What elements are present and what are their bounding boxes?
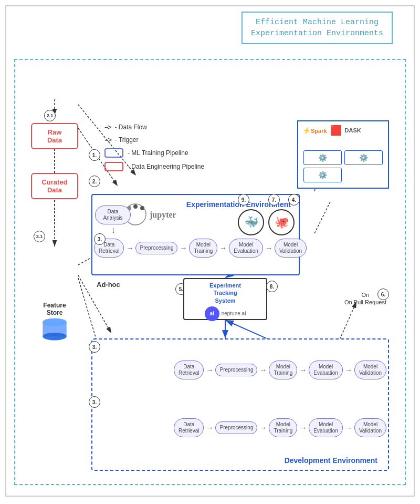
dask-logo-icon: 🟥 — [330, 125, 342, 136]
legend-data-flow: --> - Data Flow — [104, 123, 204, 131]
exp-model-evaluation: Model Evaluation — [229, 239, 263, 258]
number-7: 7. — [268, 194, 280, 205]
number-2: 2. — [89, 176, 100, 187]
title-text: Efficient Machine Learning Experimentati… — [251, 17, 383, 39]
outer-border: Efficient Machine Learning Experimentati… — [5, 5, 415, 497]
number-9-label: 9. — [242, 197, 246, 203]
ml-pipeline-box-icon — [104, 148, 123, 158]
number-31: 3.1 — [34, 231, 45, 242]
number-3-dev-upper-label: 3. — [92, 344, 97, 350]
number-9: 9. — [238, 194, 249, 205]
legend: --> - Data Flow ···> - Trigger - ML Trai… — [104, 123, 204, 176]
exp-model-evaluation-label: Model Evaluation — [234, 242, 258, 254]
legend-ml-pipeline-label: - ML Training Pipeline — [128, 149, 188, 157]
number-3-exp: 3. — [94, 233, 106, 245]
ets-box: ExperimentTrackingSystem ai neptune.ai — [183, 278, 267, 320]
number-3-dev-upper: 3. — [89, 341, 100, 353]
dev1-arrow-3-icon: → — [299, 366, 307, 374]
dev-pipeline-row-2: Data Retrieval → Preprocessing → Model T… — [174, 418, 367, 437]
main-content-area: --> - Data Flow ···> - Trigger - ML Trai… — [14, 59, 406, 485]
svg-point-20 — [133, 204, 138, 209]
cluster-node-1: ⚙️ — [303, 150, 342, 165]
on-label: On — [362, 292, 370, 298]
svg-point-24 — [43, 333, 66, 341]
legend-data-engineering: - Data Engineering Pipeline — [104, 162, 204, 171]
data-analysis-node: Data Analysis ↓ — [95, 205, 132, 235]
number-6: 6. — [377, 289, 389, 300]
number-1-label: 1. — [92, 152, 97, 158]
dev2-arrow-3-icon: → — [299, 424, 307, 432]
number-21-label: 2.1 — [47, 113, 54, 118]
svg-point-21 — [140, 206, 144, 210]
feature-store-box: Feature Store — [31, 302, 78, 347]
number-8-label: 8. — [270, 284, 274, 290]
arrow-2-icon: → — [180, 244, 187, 252]
spark-label: Spark — [311, 128, 327, 134]
dev1-model-training: Model Training — [269, 361, 297, 379]
dev-env-label: Development Environment — [285, 456, 377, 465]
raw-data-label: RawData — [47, 128, 62, 144]
svg-line-15 — [314, 202, 330, 233]
dev1-retrieval-label: Data Retrieval — [178, 364, 199, 376]
dev1-preprocessing-label: Preprocessing — [220, 367, 254, 373]
cluster-nodes: ⚙️ ⚙️ ⚙️ — [301, 148, 385, 185]
dev1-model-evaluation-label: Model Evaluation — [313, 364, 338, 376]
data-analysis-label: Data Analysis — [100, 209, 126, 221]
cluster-header: ⚡Spark 🟥 DASK — [298, 121, 388, 139]
title-line1: Efficient Machine Learning — [256, 18, 379, 27]
dev2-retrieval-label: Data Retrieval — [178, 421, 199, 434]
dev1-model-training-label: Model Training — [274, 364, 292, 376]
legend-data-engineering-label: - Data Engineering Pipeline — [128, 163, 204, 170]
exp-model-validation: Model Validation — [275, 239, 307, 258]
cluster-box: ⚡Spark 🟥 DASK ⚙️ ⚙️ ⚙️ — [297, 120, 389, 189]
exp-model-training-label: Model Training — [194, 242, 213, 254]
number-2-label: 2. — [92, 179, 97, 184]
neptune-area: ai neptune.ai — [184, 306, 266, 321]
raw-data-box: RawData — [31, 123, 78, 149]
exp-preprocessing: Preprocessing — [135, 242, 177, 254]
dev2-arrow-2-icon: → — [259, 424, 267, 432]
curated-data-box: CuratedData — [31, 173, 78, 199]
svg-line-16 — [225, 320, 272, 341]
adhoc-label: Ad-hoc — [97, 281, 120, 289]
number-7-label: 7. — [272, 197, 276, 203]
dev2-arrow-1-icon: → — [206, 424, 213, 432]
dev2-model-training-label: Model Training — [274, 421, 292, 434]
database-icon — [39, 316, 70, 343]
dev1-preprocessing: Preprocessing — [215, 364, 257, 376]
number-4: 4. — [288, 194, 300, 205]
spark-logo: ⚡Spark — [302, 127, 327, 135]
exp-pipeline-row: Data Retrieval → Preprocessing → Model T… — [94, 239, 297, 258]
number-1: 1. — [89, 149, 100, 161]
jupyter-text: jupyter — [150, 210, 176, 220]
dev1-arrow-1-icon: → — [206, 366, 213, 374]
title-line2: Experimentation Environments — [251, 29, 383, 38]
cluster-node-3: ⚙️ — [303, 168, 342, 182]
dev1-arrow-4-icon: → — [345, 366, 352, 374]
number-6-label: 6. — [381, 292, 385, 297]
legend-trigger: ···> - Trigger — [104, 136, 204, 144]
data-analysis-box: Data Analysis — [95, 205, 131, 224]
dev2-model-evaluation-label: Model Evaluation — [313, 421, 338, 434]
curated-data-label: CuratedData — [41, 178, 67, 194]
dev-env-box: Development Environment Kubeflow — [91, 338, 389, 471]
dev2-model-training: Model Training — [269, 418, 297, 437]
exp-model-training: Model Training — [189, 239, 217, 258]
ets-label: ExperimentTrackingSystem — [184, 282, 266, 304]
number-5-label: 5. — [179, 286, 183, 292]
number-3-dev-lower-label: 3. — [92, 399, 97, 405]
title-box: Efficient Machine Learning Experimentati… — [242, 12, 393, 44]
arrow-3-icon: → — [219, 244, 227, 252]
arrow-4-icon: → — [265, 244, 272, 252]
cluster-node-2: ⚙️ — [344, 150, 383, 165]
arrow-1-icon: → — [126, 244, 133, 252]
number-3-exp-label: 3. — [98, 236, 102, 242]
number-8: 8. — [266, 281, 278, 292]
dev1-data-retrieval: Data Retrieval — [174, 361, 204, 379]
dev2-arrow-4-icon: → — [345, 424, 352, 432]
dev1-model-evaluation: Model Evaluation — [309, 361, 343, 379]
number-4-label: 4. — [292, 197, 296, 203]
exp-model-validation-label: Model Validation — [279, 242, 302, 254]
number-31-label: 3.1 — [36, 234, 43, 239]
dev1-model-validation-label: Model Validation — [359, 364, 382, 376]
